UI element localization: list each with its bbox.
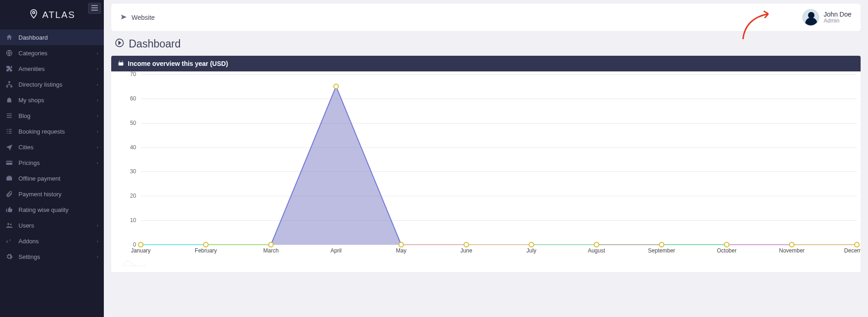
sidebar-item-label: Rating wise quality bbox=[18, 206, 68, 213]
page-title-text: Dashboard bbox=[129, 38, 181, 50]
svg-point-35 bbox=[659, 242, 664, 247]
sidebar-item-cities[interactable]: Cities› bbox=[0, 139, 104, 155]
svg-point-27 bbox=[138, 242, 143, 247]
thumb-icon bbox=[5, 205, 14, 214]
calendar-icon bbox=[118, 60, 124, 68]
user-menu[interactable]: John Doe Admin bbox=[802, 9, 851, 26]
chevron-right-icon: › bbox=[97, 66, 98, 71]
svg-point-9 bbox=[7, 223, 9, 225]
x-tick: April bbox=[330, 247, 341, 254]
chevron-right-icon: › bbox=[97, 223, 98, 228]
attach-icon bbox=[5, 189, 14, 199]
svg-rect-7 bbox=[6, 177, 12, 181]
gear-icon bbox=[5, 252, 14, 261]
svg-point-10 bbox=[10, 223, 12, 225]
bag-icon bbox=[5, 95, 14, 105]
sidebar-item-label: Payment history bbox=[18, 191, 61, 198]
page-title: Dashboard bbox=[115, 38, 861, 50]
svg-point-28 bbox=[204, 242, 208, 247]
users-icon bbox=[5, 221, 14, 230]
sidebar-item-categories[interactable]: Categories› bbox=[0, 45, 104, 61]
svg-rect-8 bbox=[7, 176, 11, 177]
sidebar-item-label: Pricings bbox=[18, 159, 40, 166]
chevron-right-icon: › bbox=[97, 82, 98, 87]
sidebar-item-blog[interactable]: Blog› bbox=[0, 108, 104, 123]
svg-rect-4 bbox=[11, 86, 12, 87]
card-header: Income overview this year (USD) bbox=[111, 56, 861, 71]
sidebar-item-label: Directory listings bbox=[18, 81, 62, 88]
svg-point-0 bbox=[32, 11, 35, 13]
x-tick: June bbox=[460, 247, 472, 254]
user-role: Admin bbox=[824, 18, 851, 24]
svg-rect-6 bbox=[6, 162, 12, 163]
income-chart: 010203040506070 JanuaryFebruaryMarchApri… bbox=[120, 74, 861, 268]
chevron-right-icon: › bbox=[97, 51, 98, 56]
brand-name: ATLAS bbox=[42, 10, 76, 20]
svg-point-34 bbox=[594, 242, 599, 247]
sidebar-item-amenities[interactable]: Amenities› bbox=[0, 61, 104, 76]
x-tick: August bbox=[588, 247, 605, 254]
sidebar-item-label: Amenities bbox=[18, 65, 45, 72]
user-text: John Doe Admin bbox=[824, 11, 851, 24]
sidebar-item-rating-wise-quality[interactable]: Rating wise quality bbox=[0, 202, 104, 217]
sidebar-item-users[interactable]: Users› bbox=[0, 217, 104, 233]
sidebar-item-label: Addons bbox=[18, 238, 39, 245]
sitemap-icon bbox=[5, 80, 14, 89]
website-link-label: Website bbox=[132, 14, 155, 21]
svg-point-33 bbox=[529, 242, 534, 247]
sidebar-item-my-shops[interactable]: My shops› bbox=[0, 92, 104, 108]
svg-text:2: 2 bbox=[9, 239, 11, 241]
svg-point-29 bbox=[269, 242, 273, 247]
sidebar-item-addons[interactable]: x2Addons› bbox=[0, 233, 104, 249]
website-link[interactable]: Website bbox=[120, 14, 155, 22]
chevron-right-icon: › bbox=[97, 98, 98, 103]
circle-arrow-icon bbox=[115, 38, 124, 50]
x-tick: March bbox=[263, 247, 279, 254]
sidebar-item-pricings[interactable]: Pricings› bbox=[0, 155, 104, 170]
sidebar-item-settings[interactable]: Settings› bbox=[0, 249, 104, 264]
sidebar-item-label: Booking requests bbox=[18, 128, 65, 135]
x-tick: July bbox=[527, 247, 536, 254]
svg-point-31 bbox=[399, 242, 403, 247]
y-tick: 60 bbox=[130, 95, 136, 102]
x-tick: May bbox=[396, 247, 407, 254]
svg-rect-15 bbox=[119, 61, 124, 62]
x-tick: January bbox=[131, 247, 151, 254]
x-tick: December bbox=[844, 247, 861, 254]
sidebar-item-offline-payment[interactable]: Offline payment bbox=[0, 170, 104, 186]
home-icon bbox=[5, 33, 14, 42]
svg-point-38 bbox=[855, 242, 859, 247]
plane-icon bbox=[5, 142, 14, 152]
tasks-icon bbox=[5, 127, 14, 136]
puzzle-icon bbox=[5, 64, 14, 73]
brand-pin-icon bbox=[29, 9, 39, 21]
sidebar-item-label: Users bbox=[18, 222, 34, 229]
svg-point-32 bbox=[464, 242, 468, 247]
sidebar-item-directory-listings[interactable]: Directory listings› bbox=[0, 76, 104, 92]
sidebar: ATLAS DashboardCategories›Amenities›Dire… bbox=[0, 0, 104, 317]
chart-y-axis: 010203040506070 bbox=[120, 74, 139, 245]
super-icon: x2 bbox=[5, 236, 14, 246]
sidebar-toggle-button[interactable] bbox=[88, 3, 101, 14]
svg-point-37 bbox=[790, 242, 794, 247]
sidebar-item-payment-history[interactable]: Payment history bbox=[0, 186, 104, 202]
sidebar-item-label: Cities bbox=[18, 144, 34, 151]
card-icon bbox=[5, 158, 14, 167]
chart-plot bbox=[141, 74, 857, 245]
chevron-right-icon: › bbox=[97, 239, 98, 244]
y-tick: 0 bbox=[133, 241, 136, 248]
sidebar-item-label: Dashboard bbox=[18, 34, 48, 41]
sidebar-item-label: Offline payment bbox=[18, 175, 60, 182]
y-tick: 50 bbox=[130, 120, 136, 126]
sidebar-item-dashboard[interactable]: Dashboard bbox=[0, 29, 104, 45]
hamburger-icon bbox=[91, 4, 98, 12]
sidebar-item-label: Blog bbox=[18, 112, 30, 119]
globe-icon bbox=[5, 48, 14, 58]
sidebar-nav: DashboardCategories›Amenities›Directory … bbox=[0, 29, 104, 264]
sidebar-item-label: Categories bbox=[18, 50, 48, 57]
avatar bbox=[802, 9, 819, 26]
sidebar-item-booking-requests[interactable]: Booking requests› bbox=[0, 123, 104, 139]
sidebar-item-label: Settings bbox=[18, 253, 40, 260]
y-tick: 40 bbox=[130, 144, 136, 151]
y-tick: 10 bbox=[130, 217, 136, 223]
